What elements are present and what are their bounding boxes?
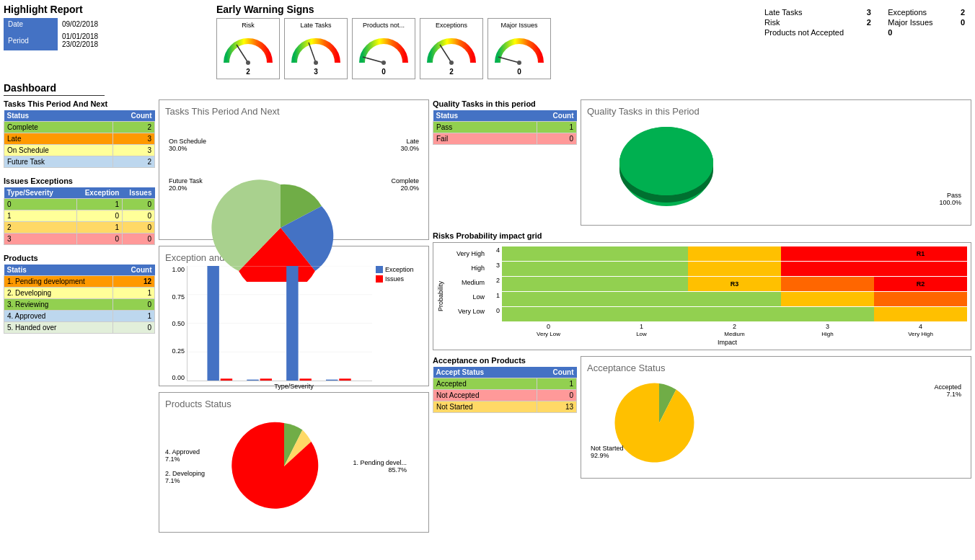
date-label: Date: [4, 18, 58, 30]
svg-line-6: [440, 45, 451, 63]
issues-section: Issues Exceptions Type/Severity Exceptio…: [4, 177, 155, 245]
cell-1-3: [781, 292, 874, 306]
gauge-risk-svg: [221, 30, 275, 66]
gauge-products-value: 0: [356, 68, 412, 76]
svg-rect-16: [247, 380, 258, 381]
y-label-m: Medium: [448, 275, 488, 290]
left-column: Tasks This Period And Next Status Count …: [4, 99, 155, 533]
x-label-vl: Very Low: [502, 331, 595, 337]
accept-not-started-count: 13: [537, 401, 576, 413]
products-count-header: Count: [112, 265, 154, 276]
svg-point-5: [381, 61, 386, 65]
x-label-l: Low: [595, 331, 688, 337]
exceptions-value: 2: [958, 7, 971, 17]
accept-accepted-chart-pct: 7.1%: [934, 391, 961, 398]
products-row4-label: 5. Handed over: [4, 322, 113, 334]
cell-4-1: [595, 246, 688, 261]
products-row3-count: 1: [112, 311, 154, 322]
risk-label: Risk: [762, 17, 865, 27]
cell-2-0: [502, 277, 595, 291]
exception-x-axis-label: Type/Severity: [274, 383, 314, 390]
svg-point-3: [314, 61, 318, 65]
tasks-future-pct: 20.0%: [169, 185, 188, 192]
tasks-chart-title: Tasks This Period And Next: [165, 106, 423, 117]
quality-pass-count: 1: [537, 122, 576, 133]
issues-row3-exception: 0: [77, 234, 123, 245]
cell-4-2: [688, 246, 781, 261]
products-row3-label: 4. Approved: [4, 311, 113, 322]
y-label-h: High: [448, 261, 488, 275]
products-pie-chart: [219, 412, 349, 520]
gauge-exceptions: Exceptions 2: [420, 18, 483, 79]
acceptance-title: Acceptance on Products: [433, 356, 577, 365]
svg-rect-20: [326, 380, 338, 381]
gauge-exceptions-value: 2: [423, 68, 480, 76]
y-label-vl: Very Low: [448, 304, 488, 319]
quality-chart-title: Quality Tasks in this Period: [587, 106, 965, 117]
risks-x-axis-label: Impact: [718, 339, 737, 346]
products-section: Products Statis Count 1. Pending develop…: [4, 254, 155, 334]
cell-2-1: [595, 277, 688, 291]
tasks-row-future-label: Future Task: [4, 156, 113, 168]
period-end: 23/02/2018: [62, 40, 98, 48]
issues-issues-header: Issues: [122, 187, 154, 199]
date-value: 09/02/2018: [58, 18, 141, 30]
risks-grid-section: Risks Probability impact grid Probabilit…: [433, 231, 971, 350]
cell-0-1: [595, 307, 688, 321]
issues-row1-issues: 0: [122, 210, 154, 222]
svg-rect-19: [299, 378, 311, 381]
x-label-m: Medium: [688, 331, 781, 337]
accept-not-accepted-count: 0: [537, 390, 576, 401]
tasks-onschedule-label: On Schedule: [169, 138, 206, 145]
cell-4-0: [502, 246, 595, 261]
gauge-major-issues: Major Issues 0: [488, 18, 551, 79]
issues-row2-exception: 1: [77, 222, 123, 234]
gauge-major-issues-label: Major Issues: [491, 22, 547, 29]
tasks-row-late-count: 3: [112, 133, 154, 145]
major-issues-label: Major Issues: [886, 17, 958, 27]
cell-4-3: [781, 246, 874, 261]
cell-3-1: [595, 262, 688, 276]
tasks-count-header: Count: [112, 110, 154, 122]
products-row2-label: 3. Reviewing: [4, 299, 113, 311]
products-status-header: Statis: [4, 265, 113, 276]
products-row4-count: 0: [112, 322, 154, 334]
exception-bar-chart: 0 1 2 3: [188, 266, 372, 381]
early-warning-title: Early Warning Signs: [216, 4, 755, 15]
svg-line-8: [498, 57, 519, 63]
products-approved-label: 4. Approved: [165, 448, 219, 455]
late-tasks-label: Late Tasks: [762, 7, 865, 17]
quality-pie-chart: [609, 123, 724, 210]
quality-pass-label: Pass: [433, 122, 537, 133]
issues-row0-label: 0: [4, 199, 77, 210]
issues-exception-header: Exception: [77, 187, 123, 199]
cell-3-3: [781, 262, 874, 276]
tasks-chart-box: Tasks This Period And Next Future Task 2…: [159, 99, 429, 240]
quality-tasks-chart-box: Quality Tasks in this Period Pa: [581, 99, 971, 226]
legend-exception-label: Exception: [385, 266, 414, 273]
issues-section-title: Issues Exceptions: [4, 177, 155, 185]
svg-rect-21: [339, 378, 350, 381]
legend-issues-color: [376, 275, 383, 283]
products-section-title: Products: [4, 254, 155, 262]
cell-0-2: [688, 307, 781, 321]
gauge-late-tasks: Late Tasks 3: [284, 18, 348, 79]
quality-tasks-table-section: Quality Tasks in this period Status Coun…: [433, 99, 577, 226]
cell-4-4: R1: [874, 246, 967, 261]
cell-1-4: [874, 292, 967, 306]
highlight-report: Highlight Report Date 09/02/2018 Period …: [4, 4, 209, 79]
cell-1-0: [502, 292, 595, 306]
products-developing-label: 2. Developing: [165, 470, 219, 477]
acceptance-table-section: Acceptance on Products Accept Status Cou…: [433, 356, 577, 479]
gauge-risk-value: 2: [220, 68, 276, 76]
tasks-row-complete-count: 2: [112, 122, 154, 133]
accept-accepted-chart-label: Accepted: [934, 383, 961, 391]
cell-0-3: [781, 307, 874, 321]
quality-fail-count: 0: [537, 133, 576, 145]
dashboard-title: Dashboard: [4, 82, 105, 96]
x-label-h: High: [781, 331, 874, 337]
products-row1-count: 1: [112, 288, 154, 299]
svg-line-2: [309, 43, 316, 63]
tasks-row-late-label: Late: [4, 133, 113, 145]
issues-row3-label: 3: [4, 234, 77, 245]
